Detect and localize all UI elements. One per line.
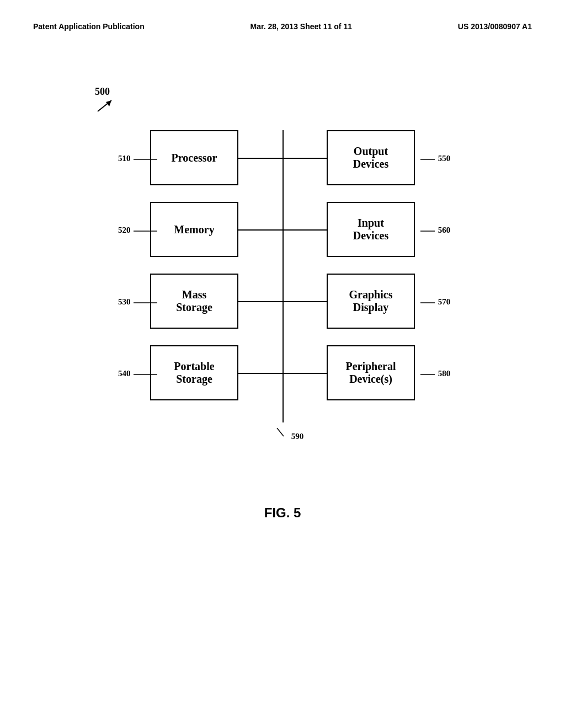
- hline-input: [284, 229, 327, 231]
- diagram-container: 500 590 Processor 510: [95, 86, 470, 472]
- bus-line: [282, 130, 284, 422]
- svg-line-2: [277, 428, 284, 436]
- svg-marker-1: [106, 100, 111, 106]
- peripheral-devices-label: PeripheralDevice(s): [345, 360, 396, 386]
- ref-560: 560: [419, 226, 450, 235]
- hline-mass-storage: [238, 301, 284, 302]
- portable-storage-label: PortableStorage: [174, 360, 214, 386]
- callout-arrow-icon: [95, 98, 117, 114]
- portable-storage-box: PortableStorage: [150, 345, 238, 400]
- hline-processor: [238, 158, 284, 159]
- mass-storage-label: MassStorage: [176, 288, 212, 314]
- hline-graphics: [284, 301, 327, 302]
- ref-520-arrow: [132, 227, 160, 235]
- processor-label: Processor: [172, 152, 217, 164]
- processor-box: Processor: [150, 130, 238, 185]
- ref-580: 580: [419, 369, 450, 379]
- fig-number-text: 500: [95, 86, 110, 97]
- output-devices-box: OutputDevices: [327, 130, 415, 185]
- ref-570: 570: [419, 297, 450, 307]
- ref-540-arrow: [132, 370, 160, 379]
- peripheral-devices-box: PeripheralDevice(s): [327, 345, 415, 400]
- bus-callout-icon: [266, 428, 288, 439]
- graphics-display-box: GraphicsDisplay: [327, 274, 415, 329]
- bus-label: 590: [266, 428, 303, 441]
- mass-storage-box: MassStorage: [150, 274, 238, 329]
- ref-520: 520: [118, 226, 160, 235]
- page-header: Patent Application Publication Mar. 28, …: [33, 22, 532, 42]
- hline-peripheral: [284, 373, 327, 374]
- memory-box: Memory: [150, 202, 238, 257]
- figure-caption: FIG. 5: [33, 505, 532, 521]
- hline-memory: [238, 229, 284, 231]
- header-center: Mar. 28, 2013 Sheet 11 of 11: [250, 22, 352, 31]
- ref-550-line: [419, 155, 436, 164]
- ref-540: 540: [118, 369, 160, 379]
- graphics-display-label: GraphicsDisplay: [349, 288, 393, 314]
- bus-ref-text: 590: [291, 432, 304, 441]
- ref-510: 510: [118, 154, 160, 164]
- header-left: Patent Application Publication: [33, 22, 145, 31]
- page: Patent Application Publication Mar. 28, …: [0, 0, 565, 728]
- memory-label: Memory: [174, 223, 214, 236]
- ref-510-arrow: [132, 155, 160, 164]
- header-right: US 2013/0080907 A1: [458, 22, 532, 31]
- hline-output: [284, 158, 327, 159]
- ref-580-line: [419, 370, 436, 379]
- ref-560-line: [419, 227, 436, 235]
- ref-550: 550: [419, 154, 450, 164]
- ref-570-line: [419, 298, 436, 307]
- figure-number-label: 500: [95, 86, 117, 117]
- hline-portable: [238, 373, 284, 374]
- ref-530: 530: [118, 297, 160, 307]
- input-devices-label: InputDevices: [353, 217, 388, 242]
- ref-530-arrow: [132, 298, 160, 307]
- output-devices-label: OutputDevices: [353, 145, 388, 170]
- input-devices-box: InputDevices: [327, 202, 415, 257]
